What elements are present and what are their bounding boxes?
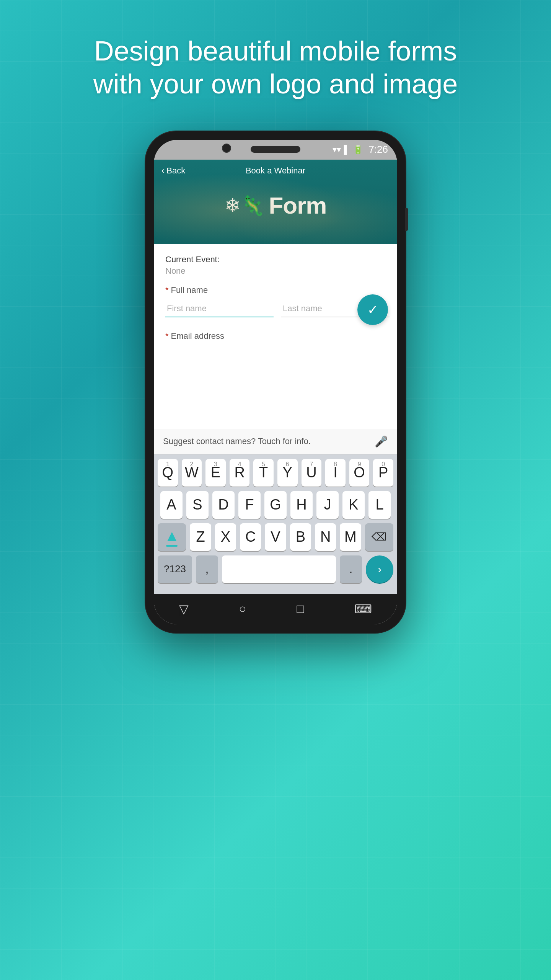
comma-key[interactable]: , xyxy=(196,555,218,583)
key-g[interactable]: G xyxy=(264,491,287,519)
status-time: 7:26 xyxy=(368,144,388,155)
symbol-key[interactable]: ?123 xyxy=(158,555,192,583)
space-key[interactable] xyxy=(222,555,336,583)
signal-icon: ▌ xyxy=(344,145,350,155)
enter-key[interactable]: › xyxy=(366,555,393,583)
back-button[interactable]: ‹ Back xyxy=(161,166,185,176)
delete-key[interactable]: ⌫ xyxy=(365,523,393,551)
headline-line2: with your own logo and image xyxy=(93,69,458,99)
back-label: Back xyxy=(166,166,185,176)
key-a[interactable]: A xyxy=(160,491,183,519)
key-n[interactable]: N xyxy=(315,523,336,551)
key-v[interactable]: V xyxy=(265,523,286,551)
nav-recents-icon[interactable]: □ xyxy=(297,602,304,616)
key-l[interactable]: L xyxy=(368,491,391,519)
form-content: Current Event: None * Full name ✓ * xyxy=(154,244,397,429)
phone-speaker xyxy=(251,146,300,153)
key-o[interactable]: 9O xyxy=(349,459,370,487)
key-y[interactable]: 6Y xyxy=(277,459,298,487)
key-z[interactable]: Z xyxy=(190,523,211,551)
logo-text: Form xyxy=(269,192,327,219)
gecko-logo-icon: ❄🦎 xyxy=(225,194,264,217)
form-title: Book a Webinar xyxy=(246,166,305,176)
checkmark-icon: ✓ xyxy=(367,302,378,317)
phone-volume-button xyxy=(405,208,408,231)
key-w[interactable]: 2W xyxy=(182,459,202,487)
phone-device: ▾▾ ▌ 🔋 7:26 ‹ Back Book a Webinar ❄🦎 For… xyxy=(145,131,406,633)
microphone-icon[interactable]: 🎤 xyxy=(375,435,388,448)
period-key[interactable]: . xyxy=(340,555,362,583)
back-chevron-icon: ‹ xyxy=(161,166,164,176)
email-label: * Email address xyxy=(165,331,386,341)
key-p[interactable]: 0P xyxy=(373,459,393,487)
keyboard-row-3: ▲ Z X C V B N M ⌫ xyxy=(158,523,393,551)
email-required-star: * xyxy=(165,331,169,341)
headline-line1: Design beautiful mobile forms xyxy=(94,36,457,66)
keyboard-rows: 1Q 2W 3E 4R 5T 6Y 7U 8I 9O 0P A S xyxy=(154,454,397,589)
key-f[interactable]: F xyxy=(238,491,261,519)
name-row: ✓ xyxy=(165,301,386,317)
key-d[interactable]: D xyxy=(212,491,235,519)
full-name-label: * Full name xyxy=(165,285,386,295)
shift-key[interactable]: ▲ xyxy=(158,523,186,551)
keyboard-row-2: A S D F G H J K L xyxy=(158,491,393,519)
confirm-button[interactable]: ✓ xyxy=(357,294,388,325)
keyboard-row-1: 1Q 2W 3E 4R 5T 6Y 7U 8I 9O 0P xyxy=(158,459,393,487)
first-name-input[interactable] xyxy=(165,301,274,317)
current-event-value: None xyxy=(165,266,386,276)
key-h[interactable]: H xyxy=(290,491,313,519)
key-s[interactable]: S xyxy=(186,491,209,519)
nav-keyboard-icon[interactable]: ⌨ xyxy=(354,602,372,616)
key-x[interactable]: X xyxy=(215,523,236,551)
battery-icon: 🔋 xyxy=(353,145,363,155)
key-k[interactable]: K xyxy=(342,491,365,519)
current-event-label: Current Event: xyxy=(165,255,386,265)
key-j[interactable]: J xyxy=(316,491,339,519)
phone-camera xyxy=(222,144,231,153)
required-star: * xyxy=(165,285,169,295)
key-m[interactable]: M xyxy=(340,523,361,551)
key-u[interactable]: 7U xyxy=(302,459,322,487)
key-q[interactable]: 1Q xyxy=(158,459,178,487)
key-i[interactable]: 8I xyxy=(325,459,346,487)
email-field-wrapper: * Email address xyxy=(165,331,386,341)
suggestion-text: Suggest contact names? Touch for info. xyxy=(163,436,311,446)
headline: Design beautiful mobile forms with your … xyxy=(47,0,504,124)
keyboard-suggestion-bar[interactable]: Suggest contact names? Touch for info. 🎤 xyxy=(154,429,397,454)
keyboard: Suggest contact names? Touch for info. 🎤… xyxy=(154,429,397,594)
nav-back-icon[interactable]: ▽ xyxy=(179,602,189,616)
key-e[interactable]: 3E xyxy=(205,459,226,487)
wifi-icon: ▾▾ xyxy=(333,145,341,155)
nav-home-icon[interactable]: ○ xyxy=(239,602,246,616)
logo-area: ❄🦎 Form xyxy=(225,192,327,219)
app-header: ‹ Back Book a Webinar ❄🦎 Form xyxy=(154,160,397,244)
key-b[interactable]: B xyxy=(290,523,311,551)
key-t[interactable]: 5T xyxy=(253,459,274,487)
key-r[interactable]: 4R xyxy=(230,459,250,487)
navigation-bar: ▽ ○ □ ⌨ xyxy=(154,594,397,624)
keyboard-row-4: ?123 , . › xyxy=(158,555,393,589)
key-c[interactable]: C xyxy=(240,523,261,551)
